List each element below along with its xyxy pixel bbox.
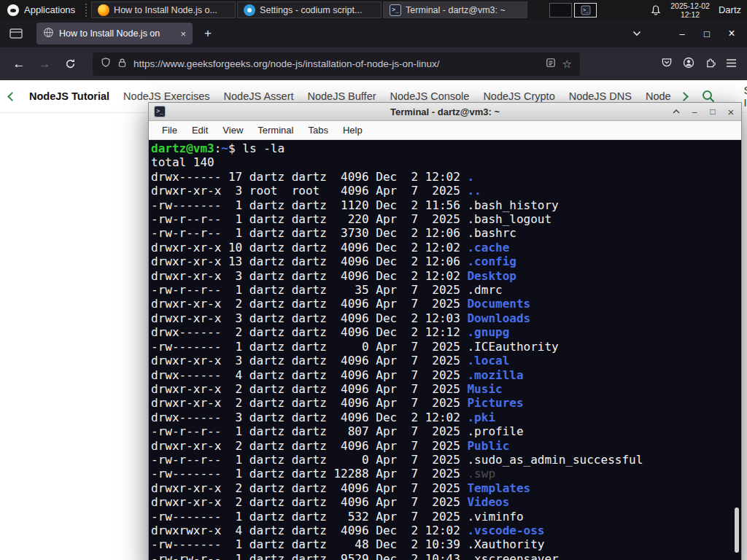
nav-item[interactable]: NodeJS DNS [569, 90, 632, 102]
taskbar-button[interactable]: How to Install Node.js o... [91, 1, 236, 18]
terminal-line: drwxrwxr-x 4 dartz dartz 4096 Dec 2 12:0… [151, 524, 741, 537]
tab-close-icon[interactable]: × [180, 29, 186, 39]
account-icon[interactable] [683, 57, 694, 71]
workspace-switcher[interactable] [549, 3, 597, 18]
sign-in-button[interactable]: Sign In [744, 84, 747, 109]
terminal-close-button[interactable]: × [726, 106, 736, 117]
taskbar-button-label: Terminal - dartz@vm3: ~ [406, 5, 506, 15]
nav-scroll-right-icon[interactable] [679, 92, 689, 101]
tab-nodejs-install[interactable]: How to Install Node.js on × [36, 23, 193, 44]
terminal-line: drwxr-xr-x 2 dartz dartz 4096 Apr 7 2025… [151, 495, 741, 509]
workspace-1[interactable] [549, 3, 572, 18]
menu-tabs[interactable]: Tabs [301, 125, 335, 136]
settings-icon [244, 4, 255, 16]
url-bar[interactable]: https://www.geeksforgeeks.org/node-js/in… [93, 52, 580, 76]
terminal-line: -rw-r--r-- 1 dartz dartz 807 Apr 7 2025 … [151, 424, 741, 438]
terminal-icon [581, 5, 590, 15]
menu-terminal[interactable]: Terminal [250, 125, 301, 136]
reload-button[interactable] [58, 52, 82, 76]
terminal-line: drwx------ 17 dartz dartz 4096 Dec 2 12:… [151, 170, 741, 184]
nav-scroll-left-icon[interactable] [7, 92, 17, 101]
firefox-icon [98, 4, 109, 16]
terminal-scrollbar[interactable] [734, 141, 740, 560]
terminal-window: Terminal - dartz@vm3: ~ – □ × FileEditVi… [148, 102, 742, 560]
tab-bar: How to Install Node.js on × + – □ × [0, 20, 747, 47]
terminal-line: -rw-r--r-- 1 dartz dartz 35 Apr 7 2025 .… [151, 283, 741, 297]
clock-time: 12:12 [670, 10, 710, 19]
terminal-output[interactable]: dartz@vm3:~$ ls -latotal 140drwx------ 1… [149, 140, 741, 560]
terminal-line: -rw-r--r-- 1 dartz dartz 3730 Dec 2 12:0… [151, 226, 741, 240]
terminal-line: -rw------- 1 dartz dartz 532 Apr 7 2025 … [151, 510, 741, 524]
nav-item[interactable]: NodeJS Assert [224, 90, 294, 102]
tab-title: How to Install Node.js on [59, 28, 175, 39]
terminal-icon [390, 4, 401, 16]
terminal-line: -rw------- 1 dartz dartz 1120 Dec 2 11:5… [151, 198, 741, 212]
taskbar-button-label: Settings - codium script... [260, 5, 362, 15]
workspace-2[interactable] [574, 3, 597, 18]
terminal-line: -rw-rw-r-- 1 dartz dartz 9529 Dec 2 10:4… [151, 552, 741, 560]
shade-button[interactable] [671, 106, 681, 117]
terminal-line: total 140 [151, 155, 741, 169]
taskbar-button[interactable]: Settings - codium script... [237, 1, 382, 18]
terminal-line: -rw------- 1 dartz dartz 0 Apr 7 2025 .I… [151, 340, 741, 354]
nav-item[interactable]: NodeJS Exercises [123, 90, 209, 102]
taskbar: How to Install Node.js o...Settings - co… [90, 0, 527, 20]
applications-menu[interactable]: Applications [0, 0, 82, 20]
terminal-line: -rw------- 1 dartz dartz 12288 Apr 7 202… [151, 467, 741, 481]
menu-icon[interactable] [726, 58, 737, 71]
terminal-line: drwxr-xr-x 2 dartz dartz 4096 Apr 7 2025… [151, 439, 741, 453]
terminal-line: drwxr-xr-x 3 dartz dartz 4096 Dec 2 12:0… [151, 269, 741, 283]
back-button[interactable]: ← [7, 52, 31, 76]
panel-user-label[interactable]: Dartz [719, 4, 741, 15]
menu-help[interactable]: Help [336, 125, 370, 136]
nav-item[interactable]: Node [646, 90, 671, 102]
taskbar-button-label: How to Install Node.js o... [114, 5, 217, 15]
xfce-logo-icon [7, 4, 19, 16]
extensions-icon[interactable] [705, 57, 716, 71]
new-tab-button[interactable]: + [198, 24, 217, 43]
terminal-line: drwx------ 3 dartz dartz 4096 Dec 2 12:0… [151, 411, 741, 424]
menu-file[interactable]: File [155, 125, 185, 136]
terminal-line: dartz@vm3:~$ ls -la [151, 141, 741, 155]
terminal-line: drwxr-xr-x 2 dartz dartz 4096 Apr 7 2025… [151, 481, 741, 495]
terminal-line: drwxr-xr-x 2 dartz dartz 4096 Apr 7 2025… [151, 297, 741, 311]
terminal-line: drwxr-xr-x 13 dartz dartz 4096 Dec 2 12:… [151, 254, 741, 268]
window-controls: – □ × [677, 28, 737, 39]
tab-favicon-icon [43, 27, 54, 40]
terminal-minimize-button[interactable]: – [689, 106, 700, 117]
forward-button[interactable]: → [33, 52, 56, 76]
bookmark-star-icon[interactable]: ☆ [562, 58, 572, 69]
terminal-line: drwxr-xr-x 3 dartz dartz 4096 Dec 2 12:0… [151, 311, 741, 325]
scrollbar-thumb[interactable] [735, 508, 739, 553]
notification-bell-icon[interactable] [650, 4, 662, 16]
nav-item[interactable]: NodeJS Tutorial [29, 90, 109, 102]
minimize-button[interactable]: – [677, 28, 687, 39]
terminal-line: -rw-r--r-- 1 dartz dartz 220 Apr 7 2025 … [151, 212, 741, 226]
close-button[interactable]: × [727, 28, 737, 39]
lock-icon[interactable] [117, 58, 127, 71]
terminal-menubar: FileEditViewTerminalTabsHelp [149, 121, 741, 140]
terminal-line: drwxr-xr-x 10 dartz dartz 4096 Dec 2 12:… [151, 241, 741, 254]
terminal-window-controls: – □ × [671, 106, 736, 117]
clock-date: 2025-12-02 [670, 1, 710, 10]
menu-view[interactable]: View [215, 125, 250, 136]
shield-icon[interactable] [101, 57, 111, 71]
top-panel: Applications How to Install Node.js o...… [0, 0, 747, 20]
search-icon[interactable] [701, 89, 716, 104]
menu-edit[interactable]: Edit [185, 125, 215, 136]
navigation-toolbar: ← → https://www.geeksforgeeks.org/node-j… [0, 47, 747, 80]
nav-item[interactable]: NodeJS Buffer [308, 90, 376, 102]
list-all-tabs-icon[interactable] [627, 24, 646, 43]
reader-view-icon[interactable] [546, 58, 556, 71]
url-text[interactable]: https://www.geeksforgeeks.org/node-js/in… [133, 58, 539, 69]
firefox-view-icon[interactable] [6, 23, 26, 44]
panel-clock[interactable]: 2025-12-02 12:12 [670, 1, 710, 19]
nav-item[interactable]: NodeJS Crypto [483, 90, 554, 102]
pocket-icon[interactable] [661, 57, 673, 71]
desktop: Applications How to Install Node.js o...… [0, 0, 747, 560]
nav-item[interactable]: NodeJS Console [390, 90, 470, 102]
taskbar-button[interactable]: Terminal - dartz@vm3: ~ [383, 1, 527, 18]
maximize-button[interactable]: □ [702, 28, 712, 39]
terminal-maximize-button[interactable]: □ [708, 106, 718, 117]
terminal-titlebar[interactable]: Terminal - dartz@vm3: ~ – □ × [149, 103, 741, 121]
